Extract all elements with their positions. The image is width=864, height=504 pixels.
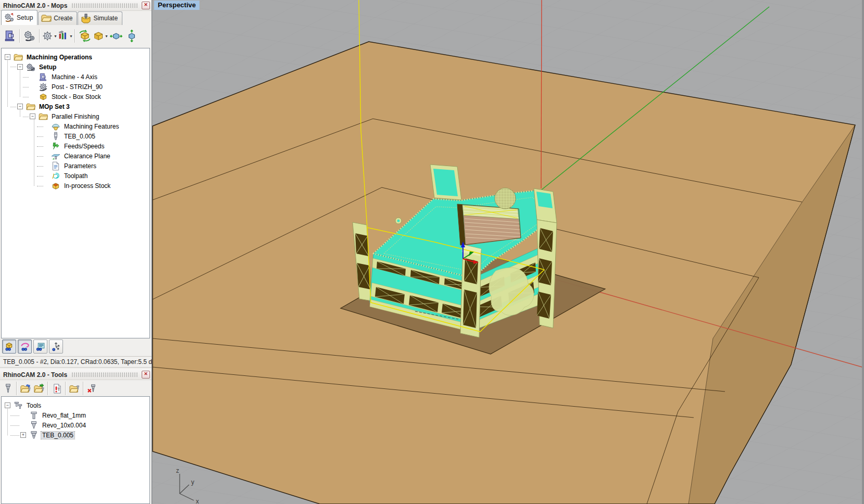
tb-tools-button[interactable]: ▼ (57, 28, 73, 44)
tree-item-label[interactable]: Tools (26, 402, 42, 409)
tree-item-parameters[interactable]: Parameters (2, 161, 149, 171)
machine-icon (39, 72, 48, 82)
axis-label-x: x (196, 498, 199, 504)
tree-item-machining-operations[interactable]: −Machining Operations (2, 52, 149, 62)
tt-report-button[interactable] (50, 382, 64, 395)
tree-connector (23, 117, 29, 117)
tree-connector (37, 127, 43, 127)
tree-item-revo-flat-1mm[interactable]: Revo_flat_1mm (2, 410, 149, 420)
tree-item-tools[interactable]: −Tools (2, 400, 149, 410)
toolbar-separator (65, 382, 66, 395)
toolbar-separator (39, 29, 40, 43)
tree-connector (10, 67, 16, 67)
tree-expander-minus[interactable]: − (5, 402, 10, 408)
tb-gear-button[interactable]: ▼ (42, 28, 57, 44)
tree-connector (23, 97, 29, 97)
tree-item-clearance-plane[interactable]: Clearance Plane (2, 151, 149, 161)
tree-item-label[interactable]: Revo_10x0.004 (41, 422, 87, 429)
axis-label-y: y (191, 478, 194, 486)
tree-item-label[interactable]: Clearance Plane (63, 153, 111, 160)
tb-stock-h-button[interactable] (108, 28, 124, 44)
mops-titlebar-grip (71, 3, 137, 8)
tree-item-in-process-stock[interactable]: In-process Stock (2, 181, 149, 191)
tree-item-label[interactable]: Machining Features (63, 123, 120, 130)
vb-axes-toggle-button[interactable] (49, 339, 63, 354)
dropdown-caret-icon[interactable]: ▼ (69, 34, 73, 38)
tree-item-label[interactable]: TEB_0.005 (41, 432, 74, 439)
tree-item-toolpath[interactable]: Toolpath (2, 171, 149, 181)
tree-item-label[interactable]: Post - STRIZH_90 (51, 83, 104, 91)
dropdown-caret-icon[interactable]: ▼ (105, 34, 108, 38)
mops-close-button[interactable]: ✕ (142, 2, 150, 9)
tree-item-label[interactable]: TEB_0.005 (63, 133, 96, 140)
toolbar-separator (16, 382, 17, 395)
feeds-icon (51, 142, 60, 151)
tree-expander-minus[interactable]: − (5, 54, 10, 60)
visibility-toggle-row (2, 339, 63, 354)
tree-connector (10, 435, 19, 436)
rhinocam-workspace: { "mops_panel": { "title": "RhinoCAM 2.0… (0, 0, 864, 504)
tt-tool-button[interactable] (1, 382, 15, 395)
tree-expander-minus[interactable]: − (17, 64, 23, 70)
tree-item-label[interactable]: Machining Operations (26, 54, 93, 61)
vb-stock-toggle-button[interactable] (2, 339, 16, 354)
tree-item-teb-0-005[interactable]: TEB_0.005 (2, 131, 149, 141)
tree-item-label[interactable]: Feeds/Speeds (63, 143, 105, 150)
machining-operations-tree[interactable]: −Machining Operations−SetupMachine - 4 A… (1, 48, 150, 338)
mops-panel-titlebar[interactable]: RhinoCAM 2.0 - Mops ✕ (0, 0, 152, 11)
tree-item-label[interactable]: Revo_flat_1mm (41, 412, 87, 419)
tree-connector (23, 87, 29, 87)
tree-item-setup[interactable]: −Setup (2, 62, 149, 72)
tools-tree[interactable]: −ToolsRevo_flat_1mmRevo_10x0.004+TEB_0.0… (1, 396, 150, 504)
tt-delete-button[interactable] (85, 382, 99, 395)
perspective-viewport[interactable]: z y x Perspective (152, 0, 864, 504)
tree-item-feeds-speeds[interactable]: Feeds/Speeds (2, 141, 149, 151)
tree-expander-plus[interactable]: + (20, 432, 26, 438)
tree-item-label[interactable]: Toolpath (63, 172, 89, 180)
tree-expander-minus[interactable]: − (30, 114, 35, 119)
tree-item-label[interactable]: Parallel Finishing (51, 113, 100, 120)
tree-connector (20, 70, 20, 97)
tree-item-teb-0-005[interactable]: +TEB_0.005 (2, 430, 149, 440)
tb-gears-button[interactable] (22, 28, 37, 44)
axis-label-z: z (176, 467, 179, 474)
tree-item-label[interactable]: In-process Stock (63, 182, 111, 190)
mops-toolbar: ▼▼▼ (0, 25, 152, 47)
mops-panel-title: RhinoCAM 2.0 - Mops (3, 2, 67, 9)
tree-connector (10, 107, 16, 107)
tree-item-revo-10x0-004[interactable]: Revo_10x0.004 (2, 420, 149, 430)
viewport-title-perspective[interactable]: Perspective (154, 1, 199, 10)
tool-icon (51, 132, 60, 141)
tree-item-label[interactable]: Setup (38, 64, 57, 71)
tt-save-button[interactable] (32, 382, 46, 395)
tab-create[interactable]: Create (38, 11, 77, 25)
tree-expander-minus[interactable]: − (17, 104, 23, 109)
tree-connector (37, 146, 43, 147)
tb-stock-box-button[interactable]: ▼ (93, 28, 108, 44)
tree-item-mop-set-3[interactable]: −MOp Set 3 (2, 102, 149, 111)
tt-load-button[interactable] (19, 382, 32, 395)
tools-close-button[interactable]: ✕ (142, 371, 150, 379)
tb-stock-v-button[interactable] (124, 28, 140, 44)
vb-text-toggle-button[interactable] (33, 339, 47, 354)
tt-copy-button[interactable] (68, 382, 81, 395)
tab-setup[interactable]: Setup (1, 10, 37, 25)
viewport-3d-scene[interactable]: z y x (152, 0, 864, 504)
dropdown-caret-icon[interactable]: ▼ (54, 34, 57, 38)
tree-item-label[interactable]: Parameters (63, 162, 97, 170)
tree-connector (10, 425, 19, 426)
inprocess-icon (51, 181, 60, 191)
toolbar-separator (74, 29, 76, 43)
vb-toolpath-toggle-button[interactable] (18, 339, 32, 354)
tb-machine-button[interactable] (2, 28, 18, 44)
tb-stock-rot-button[interactable] (77, 28, 93, 44)
left-dock: RhinoCAM 2.0 - Mops ✕ SetupCreateSimulat… (0, 0, 152, 504)
tree-item-label[interactable]: Stock - Box Stock (51, 93, 102, 100)
tab-setup-icon (4, 12, 15, 23)
tree-item-label[interactable]: Machine - 4 Axis (51, 73, 98, 81)
tab-simulate[interactable]: Simulate (78, 11, 122, 25)
tools-panel-titlebar[interactable]: RhinoCAM 2.0 - Tools ✕ (0, 369, 152, 380)
tree-item-machining-features[interactable]: Machining Features (2, 121, 149, 131)
tree-item-label[interactable]: MOp Set 3 (38, 103, 71, 110)
tree-connector (37, 186, 43, 186)
